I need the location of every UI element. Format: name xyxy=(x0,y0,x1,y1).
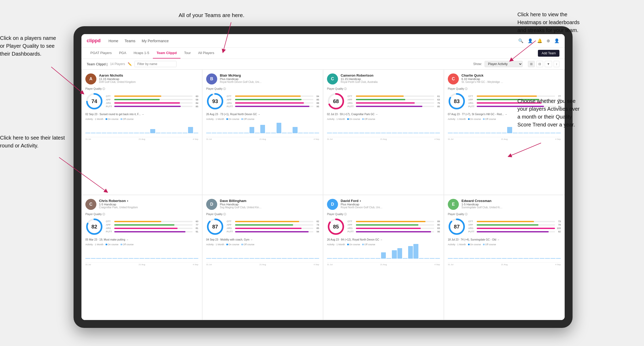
chart-bar xyxy=(145,133,150,133)
grid-view-button[interactable]: ⊞ xyxy=(528,61,535,67)
quality-circle[interactable]: 87 xyxy=(206,218,224,236)
brand-logo[interactable]: clippd xyxy=(87,38,101,44)
last-round[interactable]: 05 Mar 23 · 19, Must make putting → xyxy=(85,238,198,241)
chart-bar xyxy=(327,258,332,259)
player-card[interactable]: B Blair McHarg Plus Handicap Royal North… xyxy=(202,70,323,195)
quality-section[interactable]: 74 OTT 60 APP xyxy=(85,92,198,110)
quality-circle[interactable]: 83 xyxy=(448,92,466,110)
chart-bar xyxy=(150,129,155,133)
player-name[interactable]: David Ford ● xyxy=(341,199,440,203)
chart-bar xyxy=(453,258,458,259)
tab-team-clippd[interactable]: Team Clippd xyxy=(153,48,180,58)
chart-bar xyxy=(448,258,453,259)
chart-bar xyxy=(118,258,123,259)
quality-section[interactable]: 82 OTT 60 APP xyxy=(85,218,198,236)
nav-home[interactable]: Home xyxy=(108,39,118,43)
quality-section[interactable]: 87 OTT 82 APP xyxy=(206,218,319,236)
last-round[interactable]: 02 Jul 23 · 59 (+17), Craigmillar Park G… xyxy=(327,113,440,116)
bar-label: OTT xyxy=(227,220,234,223)
last-round[interactable]: 26 Aug 23 · 73 (+1), Royal North Devon G… xyxy=(206,113,319,116)
player-card[interactable]: C Cameron Robertson 11.15 Handicap Royal… xyxy=(323,70,444,195)
chart-bar xyxy=(392,133,397,133)
player-card[interactable]: C Charlie Quick 6.10 Handicap St. George… xyxy=(444,70,565,195)
player-name[interactable]: Edward Crossman xyxy=(461,199,561,203)
bar-label: PUTT xyxy=(227,105,234,108)
bar-track xyxy=(235,99,313,100)
bar-label: APP xyxy=(468,98,476,101)
nav-my-performance[interactable]: My Performance xyxy=(142,39,169,43)
quality-section[interactable]: 85 OTT 89 APP xyxy=(327,218,440,236)
heatmaps-arrow xyxy=(536,41,536,41)
edit-team-icon[interactable]: ✏️ xyxy=(128,62,132,66)
quality-circle[interactable]: 68 xyxy=(327,92,345,110)
last-round[interactable]: 04 Sep 23 · Mobility with coach, Gym → xyxy=(206,238,319,241)
search-icon[interactable]: 🔍 xyxy=(518,38,523,43)
quality-circle[interactable]: 85 xyxy=(327,218,345,236)
quality-circle[interactable]: 82 xyxy=(85,218,103,236)
tab-hcaps[interactable]: Hcaps 1-5 xyxy=(130,48,153,58)
player-card[interactable]: A Aaron Nicholls 11.15 Handicap Drift Go… xyxy=(81,70,202,195)
player-name[interactable]: Dave Billingham xyxy=(220,199,319,203)
player-avatar: D xyxy=(327,199,338,210)
quality-number: 85 xyxy=(333,223,339,230)
chart-bar xyxy=(413,244,418,259)
players-name-annotation: Click on a players nameor Player Quality… xyxy=(0,34,56,58)
chart-bar xyxy=(102,258,107,259)
bar-track xyxy=(114,106,193,107)
player-name[interactable]: Cameron Robertson xyxy=(341,73,440,77)
notification-icon[interactable]: 🔔 xyxy=(537,38,542,43)
filter-button[interactable]: ▼ xyxy=(545,61,552,67)
nav-links: Home Teams My Performance xyxy=(108,39,169,43)
tab-tour[interactable]: Tour xyxy=(180,48,194,58)
chart-label-start: 31 Jul xyxy=(85,138,91,140)
bar-row: ARG 75 xyxy=(347,102,440,104)
bar-value: 74 xyxy=(314,223,319,226)
profile-icon[interactable]: 👤 xyxy=(528,38,533,43)
player-name[interactable]: Aaron Nicholls xyxy=(99,73,198,77)
quality-section[interactable]: 93 OTT 84 APP xyxy=(206,92,319,110)
tab-pgat-players[interactable]: PGAT Players xyxy=(87,48,115,58)
player-card[interactable]: D David Ford ● Plus Handicap Royal North… xyxy=(323,195,444,320)
bar-row: OTT 84 xyxy=(227,95,319,98)
chart-bar xyxy=(413,133,418,133)
chart-bar xyxy=(255,258,260,259)
player-name[interactable]: Chris Robertson ● xyxy=(99,199,198,203)
sub-nav: PGAT Players PGA Hcaps 1-5 Team Clippd T… xyxy=(81,48,565,59)
nav-teams[interactable]: Teams xyxy=(124,39,135,43)
search-input[interactable] xyxy=(134,61,176,67)
player-name[interactable]: Charlie Quick xyxy=(461,73,561,77)
last-round[interactable]: 18 Jul 23 · 74 (+4), Sunningdale GC - Ol… xyxy=(448,238,561,241)
settings-icon[interactable]: ⊕ xyxy=(547,38,550,43)
team-count: 14 Players xyxy=(110,62,125,66)
quality-section[interactable]: 68 OTT 61 APP xyxy=(327,92,440,110)
chart-label-end: 4 Sep xyxy=(314,263,319,266)
quality-section[interactable]: 87 OTT 73 APP xyxy=(448,218,561,236)
tab-all-players[interactable]: All Players xyxy=(194,48,218,58)
chart-bar xyxy=(91,258,96,259)
player-card[interactable]: C Chris Robertson ● 1-5 Handicap Craigmi… xyxy=(81,195,202,320)
tab-pga[interactable]: PGA xyxy=(115,48,130,58)
player-club: Royal Perth Golf Club, Australia xyxy=(341,81,383,83)
player-grid: A Aaron Nicholls 11.15 Handicap Drift Go… xyxy=(81,70,565,320)
player-name[interactable]: Blair McHarg xyxy=(220,73,319,77)
activity-chart xyxy=(448,247,561,263)
sort-button[interactable]: ↕ xyxy=(554,61,559,67)
avatar-icon[interactable]: 👤 xyxy=(554,38,559,43)
player-card[interactable]: D Dave Billingham Plus Handicap Ssg Magi… xyxy=(202,195,323,320)
list-view-button[interactable]: ⊟ xyxy=(536,61,543,67)
quality-circle[interactable]: 87 xyxy=(448,218,466,236)
show-select[interactable]: Player Activity Quality Score Trend xyxy=(485,61,523,67)
bar-fill xyxy=(356,221,425,222)
bar-label: OTT xyxy=(468,220,476,223)
add-team-button[interactable]: Add Team xyxy=(538,50,559,57)
quality-circle[interactable]: 74 xyxy=(85,92,103,110)
bar-value: 96 xyxy=(435,230,440,233)
last-round[interactable]: 02 Sep 23 · Sunset round to get back int… xyxy=(85,113,198,116)
on-course-legend: On course xyxy=(347,243,360,246)
quality-circle[interactable]: 93 xyxy=(206,92,224,110)
bar-fill xyxy=(114,106,181,107)
chart-bar xyxy=(491,258,496,259)
bar-track xyxy=(114,228,193,229)
player-card[interactable]: E Edward Crossman 1-5 Handicap Sunningda… xyxy=(444,195,565,320)
last-round[interactable]: 26 Aug 23 · 84 (+12), Royal North Devon … xyxy=(327,238,440,241)
